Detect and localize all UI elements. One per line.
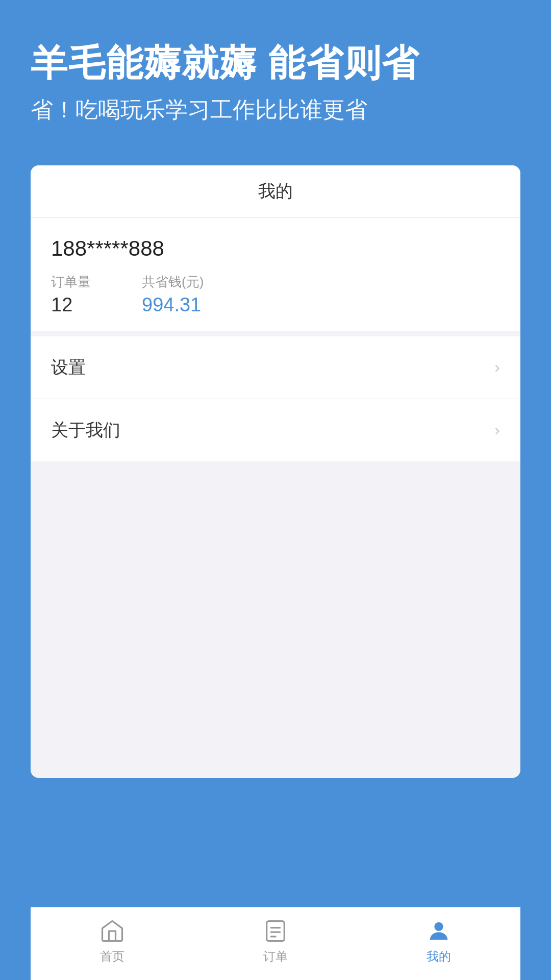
nav-home[interactable]: 首页 [99, 918, 126, 965]
stats-row: 订单量 12 共省钱(元) 994.31 [51, 273, 500, 316]
header-title: 羊毛能薅就薅 能省则省 [31, 41, 520, 85]
savings-amount: 994.31 [142, 294, 204, 316]
order-nav-label: 订单 [263, 948, 288, 965]
about-label: 关于我们 [51, 419, 120, 442]
savings-label: 共省钱(元) [142, 273, 204, 291]
empty-card-area [31, 461, 520, 778]
user-section: 188*****888 订单量 12 共省钱(元) 994.31 [31, 218, 520, 336]
about-chevron-icon: › [494, 421, 500, 439]
order-count: 12 [51, 294, 91, 316]
card-container: 我的 188*****888 订单量 12 共省钱(元) 994.31 设置 ›… [31, 165, 520, 778]
nav-profile[interactable]: 我的 [425, 918, 452, 965]
settings-menu-item[interactable]: 设置 › [31, 336, 520, 399]
order-label: 订单量 [51, 273, 91, 291]
profile-icon [425, 918, 452, 944]
header-subtitle: 省！吃喝玩乐学习工作比比谁更省 [31, 95, 520, 124]
order-icon [262, 918, 289, 944]
user-phone: 188*****888 [51, 236, 500, 261]
home-nav-label: 首页 [100, 948, 124, 965]
svg-point-4 [434, 922, 443, 931]
home-icon [99, 918, 126, 944]
profile-nav-label: 我的 [427, 948, 451, 965]
header-section: 羊毛能薅就薅 能省则省 省！吃喝玩乐学习工作比比谁更省 [0, 0, 551, 155]
about-menu-item[interactable]: 关于我们 › [31, 399, 520, 461]
savings-stat: 共省钱(元) 994.31 [142, 273, 204, 316]
menu-section: 设置 › 关于我们 › [31, 336, 520, 461]
settings-chevron-icon: › [494, 358, 500, 377]
nav-order[interactable]: 订单 [262, 918, 289, 965]
card-header: 我的 [31, 165, 520, 218]
bottom-nav: 首页 订单 我的 [31, 907, 520, 980]
svg-rect-0 [267, 921, 285, 941]
order-stat: 订单量 12 [51, 273, 91, 316]
settings-label: 设置 [51, 356, 86, 379]
